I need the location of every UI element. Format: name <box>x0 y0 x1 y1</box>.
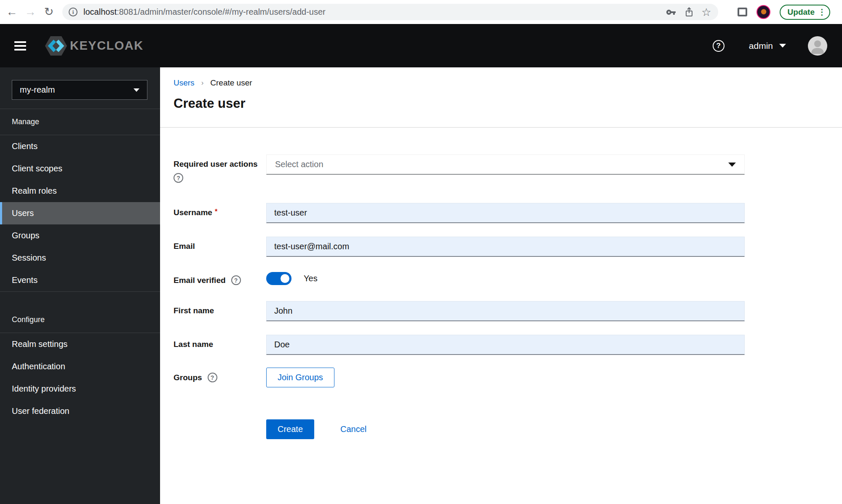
browser-forward-icon[interactable]: → <box>21 6 40 18</box>
username-input[interactable] <box>266 203 745 223</box>
share-icon[interactable] <box>684 7 694 17</box>
browser-menu-icon[interactable]: ⋮ <box>818 7 826 17</box>
sidebar: my-realm Manage Clients Client scopes Re… <box>0 67 160 504</box>
browser-profile-avatar[interactable] <box>756 5 770 19</box>
sidebar-section-configure: Configure <box>0 307 160 333</box>
toggle-knob <box>281 274 289 283</box>
sidebar-item-clients[interactable]: Clients <box>0 135 160 157</box>
sidebar-item-realm-settings[interactable]: Realm settings <box>0 333 160 355</box>
main-content: Users › Create user Create user Required… <box>160 67 842 504</box>
sidebar-item-realm-roles[interactable]: Realm roles <box>0 180 160 202</box>
browser-update-button[interactable]: Update ⋮ <box>780 5 830 20</box>
browser-reload-icon[interactable]: ↻ <box>40 6 58 18</box>
sidebar-item-authentication[interactable]: Authentication <box>0 355 160 378</box>
browser-back-icon[interactable]: ← <box>3 6 21 18</box>
keycloak-hexagon-icon <box>45 36 67 56</box>
sidebar-item-identity-providers[interactable]: Identity providers <box>0 378 160 400</box>
breadcrumb-chevron-icon: › <box>201 79 204 87</box>
email-verified-label: Email verified ? <box>174 270 266 285</box>
chevron-down-icon <box>728 163 736 167</box>
email-verified-help-icon[interactable]: ? <box>231 275 241 285</box>
first-name-input[interactable] <box>266 301 745 321</box>
last-name-label: Last name <box>174 335 266 355</box>
email-verified-toggle[interactable] <box>266 272 291 285</box>
breadcrumb-users-link[interactable]: Users <box>174 78 195 88</box>
last-name-input[interactable] <box>266 335 745 355</box>
required-user-actions-help-icon[interactable]: ? <box>174 173 183 183</box>
username-label: Username* <box>174 203 266 223</box>
bookmark-star-icon[interactable]: ☆ <box>701 7 711 18</box>
user-avatar[interactable] <box>808 36 827 56</box>
page-title: Create user <box>174 96 842 111</box>
required-user-actions-select[interactable]: Select action <box>266 155 745 175</box>
address-bar[interactable]: i localhost:8081/admin/master/console/#/… <box>62 4 718 20</box>
masthead: KEYCLOAK ? admin <box>0 24 842 67</box>
sidebar-divider <box>0 291 160 307</box>
realm-selector-value: my-realm <box>20 85 55 95</box>
sidebar-item-groups[interactable]: Groups <box>0 224 160 247</box>
breadcrumb-current: Create user <box>210 78 252 88</box>
sidebar-item-sessions[interactable]: Sessions <box>0 247 160 269</box>
breadcrumb: Users › Create user <box>174 78 842 88</box>
url-text[interactable]: localhost:8081/admin/master/console/#/my… <box>83 7 658 17</box>
help-icon[interactable]: ? <box>713 40 724 52</box>
sidebar-item-events[interactable]: Events <box>0 269 160 291</box>
brand-text: KEYCLOAK <box>70 39 144 53</box>
create-button[interactable]: Create <box>266 419 314 439</box>
side-panel-icon[interactable] <box>738 8 747 16</box>
create-user-form: Required user actions ? Select action Us… <box>174 155 745 439</box>
title-divider <box>160 127 842 128</box>
realm-selector[interactable]: my-realm <box>12 80 147 100</box>
form-actions: Create Cancel <box>174 419 745 439</box>
sidebar-item-client-scopes[interactable]: Client scopes <box>0 157 160 180</box>
required-asterisk: * <box>215 208 217 215</box>
nav-toggle-hamburger-icon[interactable] <box>14 41 26 51</box>
join-groups-button[interactable]: Join Groups <box>266 368 334 387</box>
groups-help-icon[interactable]: ? <box>208 373 217 382</box>
update-label: Update <box>788 8 815 17</box>
keycloak-logo[interactable]: KEYCLOAK <box>45 36 144 56</box>
first-name-label: First name <box>174 301 266 321</box>
select-placeholder: Select action <box>275 160 323 169</box>
password-key-icon[interactable] <box>666 7 676 17</box>
user-menu[interactable]: admin <box>749 41 786 51</box>
sidebar-item-users[interactable]: Users <box>0 202 160 224</box>
groups-label: Groups ? <box>174 368 266 387</box>
url-path: :8081/admin/master/console/#/my-realm/us… <box>117 7 326 16</box>
email-verified-state: Yes <box>304 274 318 283</box>
chevron-down-icon <box>779 44 786 48</box>
chevron-down-icon <box>134 88 139 92</box>
url-host: localhost <box>83 7 117 16</box>
site-info-icon[interactable]: i <box>69 8 78 16</box>
user-menu-label: admin <box>749 41 773 51</box>
required-user-actions-label: Required user actions ? <box>174 155 266 183</box>
sidebar-item-user-federation[interactable]: User federation <box>0 400 160 422</box>
sidebar-section-manage: Manage <box>0 109 160 135</box>
cancel-link[interactable]: Cancel <box>340 424 366 434</box>
browser-toolbar: ← → ↻ i localhost:8081/admin/master/cons… <box>0 0 842 24</box>
email-input[interactable] <box>266 237 745 257</box>
email-label: Email <box>174 237 266 257</box>
